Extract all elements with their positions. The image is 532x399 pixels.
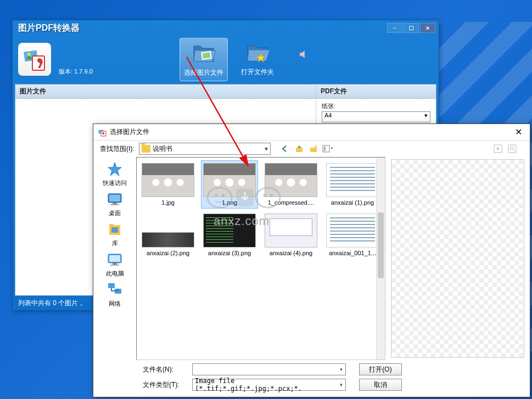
svg-rect-8 [296, 148, 303, 152]
svg-rect-26 [113, 263, 117, 265]
file-label: anxaizai (3).png [208, 250, 251, 256]
svg-rect-25 [109, 255, 120, 262]
file-list-area[interactable]: 1.jpg1.png1_compressed....anxaizai (1).p… [136, 157, 385, 360]
scroll-thumb[interactable] [378, 212, 384, 278]
pdf-header: PDF文件 [316, 85, 436, 99]
open-folder-label: 打开文件夹 [241, 68, 274, 77]
svg-rect-4 [202, 52, 210, 59]
preview-area [391, 159, 524, 358]
file-item[interactable]: anxaizai (3).png [201, 211, 257, 258]
up-folder-icon[interactable] [294, 143, 305, 154]
select-images-label: 选择图片文件 [184, 68, 223, 77]
new-folder-icon[interactable] [308, 143, 319, 154]
version-label: 版本: 1.7.9.0 [59, 68, 93, 76]
sidebar-label: 桌面 [109, 209, 121, 217]
filetype-label: 文件类型(T): [143, 380, 187, 390]
file-item[interactable]: anxaizai (2).png [140, 211, 196, 258]
dialog-title: 选择图片文件 [110, 127, 149, 137]
svg-rect-22 [109, 224, 114, 226]
file-label: 1.png [222, 199, 237, 206]
file-label: anxaizai_001_1... [329, 250, 376, 256]
file-label: 1.jpg [161, 199, 175, 206]
file-item[interactable]: 1_compressed.... [263, 161, 319, 208]
file-item[interactable]: 1.png [201, 161, 257, 208]
sidebar-quick-access[interactable]: 快速访问 [93, 160, 136, 187]
sidebar-label: 此电脑 [106, 269, 124, 278]
back-icon[interactable] [279, 143, 290, 154]
file-thumbnail [265, 163, 317, 197]
open-folder-button[interactable]: 打开文件夹 [233, 38, 282, 80]
file-label: 1_compressed.... [268, 199, 314, 206]
svg-rect-13 [324, 150, 326, 151]
filename-input[interactable] [192, 363, 346, 375]
look-in-combo[interactable]: 说明书 [139, 143, 271, 155]
minimize-button[interactable]: ─ [387, 23, 402, 33]
file-item[interactable]: 1.jpg [140, 161, 196, 208]
file-scrollbar[interactable] [376, 158, 385, 359]
svg-rect-23 [111, 227, 118, 233]
sidebar-label: 快速访问 [103, 179, 127, 187]
image-files-header: 图片文件 [15, 85, 316, 99]
file-label: anxaizai (1).png [331, 199, 374, 206]
file-item[interactable]: anxaizai_001_1... [324, 211, 380, 258]
svg-rect-9 [310, 148, 317, 152]
folder-icon [142, 145, 150, 153]
svg-rect-11 [324, 147, 326, 148]
file-thumbnail [203, 163, 256, 197]
preview-zoom-icon[interactable] [507, 143, 518, 154]
svg-rect-19 [113, 203, 117, 204]
svg-rect-20 [110, 204, 119, 205]
file-thumbnail [142, 232, 194, 248]
app-logo-icon [18, 43, 51, 76]
paper-select[interactable]: A4 ▾ [322, 111, 430, 122]
file-thumbnail [326, 213, 379, 248]
filename-label: 文件名(N): [143, 365, 187, 374]
paper-value: A4 [324, 112, 332, 119]
folder-images-icon [192, 42, 216, 66]
svg-rect-10 [323, 145, 329, 152]
svg-rect-12 [324, 148, 326, 149]
sidebar-label: 库 [112, 239, 118, 248]
preview-panel [391, 157, 530, 360]
paper-label: 纸张: [322, 102, 430, 110]
maximize-button[interactable]: ☐ [404, 23, 419, 33]
dialog-bottom: 文件名(N): 打开(O) 文件类型(T): Image file (*.tif… [93, 360, 530, 394]
sidebar-label: 网络 [109, 300, 121, 308]
dialog-titlebar: 选择图片文件 ✕ [93, 124, 530, 141]
open-button[interactable]: 打开(O) [359, 363, 402, 375]
file-open-dialog: 选择图片文件 ✕ 查找范围(I): 说明书 [93, 123, 530, 397]
view-menu-icon[interactable] [322, 143, 333, 154]
preview-play-icon[interactable] [492, 143, 503, 154]
sidebar-this-pc[interactable]: 此电脑 [93, 251, 136, 278]
file-item[interactable]: anxaizai (4).png [263, 211, 319, 258]
filetype-combo[interactable]: Image file (*.tif;*.gif;*.jpg;*.pcx;*. [192, 379, 346, 391]
svg-rect-18 [109, 195, 120, 201]
speaker-icon[interactable] [298, 49, 309, 60]
dialog-close-button[interactable]: ✕ [512, 126, 525, 138]
places-sidebar: 快速访问 桌面 库 此电脑 [93, 157, 136, 360]
file-thumbnail [142, 163, 194, 197]
select-images-button[interactable]: 选择图片文件 [180, 38, 228, 81]
quick-access-icon [106, 160, 124, 178]
svg-point-16 [510, 147, 513, 150]
close-button[interactable]: ✕ [420, 23, 435, 33]
network-icon [106, 281, 124, 299]
file-thumbnail [203, 213, 256, 248]
main-titlebar: 图片PDF转换器 ─ ☐ ✕ [13, 20, 439, 36]
cancel-button[interactable]: 取消 [359, 379, 402, 391]
this-pc-icon [106, 251, 124, 268]
sidebar-libraries[interactable]: 库 [93, 221, 136, 248]
file-thumbnail [265, 213, 317, 248]
file-item[interactable]: anxaizai (1).png [324, 161, 380, 208]
dialog-icon [98, 128, 107, 137]
file-label: anxaizai (2).png [147, 250, 189, 256]
status-text: 列表中共有 0 个图片， [18, 299, 85, 308]
main-toolbar: 版本: 1.7.9.0 选择图片文件 [13, 36, 439, 83]
svg-rect-28 [108, 283, 115, 288]
look-in-value: 说明书 [153, 144, 172, 154]
svg-point-7 [102, 132, 104, 134]
desktop-icon [106, 190, 124, 208]
sidebar-desktop[interactable]: 桌面 [93, 190, 136, 217]
sidebar-network[interactable]: 网络 [93, 281, 136, 308]
libraries-icon [106, 221, 124, 238]
